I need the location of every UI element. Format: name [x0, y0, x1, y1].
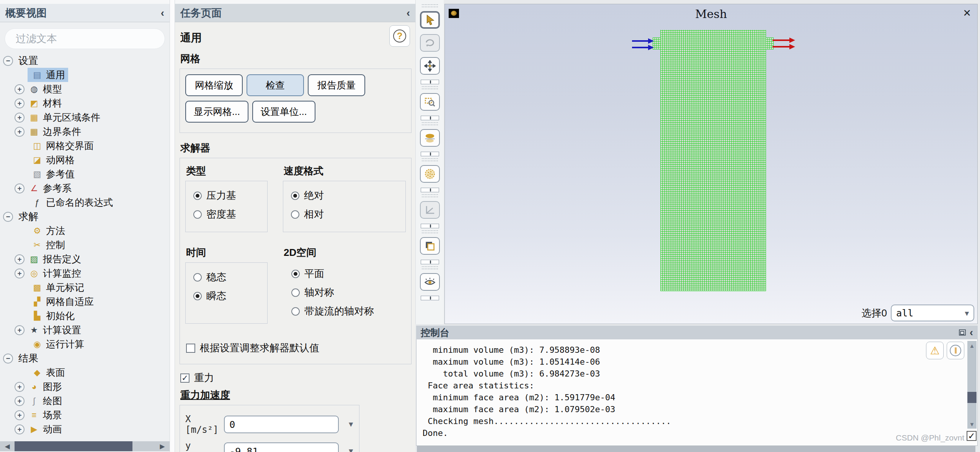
tree-item-计算监控[interactable]: +◎计算监控: [0, 266, 170, 280]
copy-layers-button[interactable]: [420, 237, 440, 255]
radio-selected-icon[interactable]: [291, 270, 300, 278]
tree-item-方法[interactable]: ⚙方法: [0, 224, 170, 238]
gravity-input-y[interactable]: [224, 442, 339, 452]
collapse-left-icon[interactable]: ‹: [970, 326, 973, 339]
tree-item-动网格[interactable]: ◪动网格: [0, 153, 170, 167]
graphics-viewport[interactable]: Mesh ✕ 选择0 all ▼: [444, 4, 978, 324]
radio-selected-icon[interactable]: [193, 192, 202, 200]
scrollbar-track[interactable]: [967, 350, 977, 419]
tree-item-已命名的表达式[interactable]: ƒ已命名的表达式: [0, 195, 170, 210]
info-button[interactable]: [947, 342, 964, 359]
radio-压力基[interactable]: 压力基: [193, 189, 263, 202]
chevron-down-icon[interactable]: ▼: [347, 447, 354, 452]
expand-plus-icon[interactable]: +: [15, 410, 24, 420]
mesh-button-显示网格[interactable]: 显示网格...: [185, 101, 248, 123]
tree-item-网格交界面[interactable]: ◫网格交界面: [0, 139, 170, 153]
radio-轴对称[interactable]: 轴对称: [291, 286, 406, 299]
tree-item-通用[interactable]: ▤通用: [0, 68, 170, 82]
eye-view-button[interactable]: [420, 273, 440, 291]
tree-item-材料[interactable]: +◩材料: [0, 96, 170, 110]
radio-icon[interactable]: [291, 288, 300, 297]
tree-item-运行计算[interactable]: ◉运行计算: [0, 337, 170, 351]
radio-带旋流的轴对称[interactable]: 带旋流的轴对称: [291, 305, 406, 318]
tree-item-单元标记[interactable]: ▩单元标记: [0, 280, 170, 295]
collapse-left-icon[interactable]: ‹: [407, 7, 410, 19]
tree-item-表面[interactable]: ◆表面: [0, 365, 170, 380]
tree-item-单元区域条件[interactable]: +▦单元区域条件: [0, 110, 170, 124]
sidebar-hscrollbar[interactable]: ◀ ▶: [0, 441, 170, 451]
pan-button[interactable]: [420, 57, 440, 75]
close-icon[interactable]: ✕: [963, 7, 971, 19]
radio-icon[interactable]: [193, 273, 202, 282]
radio-稳态[interactable]: 稳态: [193, 270, 263, 284]
adjust-defaults-checkbox[interactable]: [186, 344, 195, 353]
radio-密度基[interactable]: 密度基: [193, 208, 263, 221]
zoom-box-button[interactable]: [420, 93, 440, 111]
tree-item-报告定义[interactable]: +▨报告定义: [0, 252, 170, 266]
tree-item-参考值[interactable]: ▧参考值: [0, 167, 170, 181]
collapse-minus-icon[interactable]: −: [3, 354, 13, 364]
display-surfaces-button[interactable]: [420, 129, 440, 147]
expand-plus-icon[interactable]: +: [15, 424, 24, 434]
mesh-button-网格缩放[interactable]: 网格缩放: [185, 74, 243, 96]
collapse-minus-icon[interactable]: −: [3, 56, 13, 66]
console-vscrollbar[interactable]: ▲ ▼: [967, 341, 977, 429]
expand-plus-icon[interactable]: +: [15, 98, 24, 108]
tree-item-计算设置[interactable]: +★计算设置: [0, 323, 170, 337]
scrollbar-thumb[interactable]: [15, 441, 132, 451]
scroll-down-icon[interactable]: ▼: [969, 419, 975, 429]
expand-plus-icon[interactable]: +: [15, 183, 24, 193]
gravity-input-X[interactable]: [224, 416, 339, 433]
expand-plus-icon[interactable]: +: [15, 269, 24, 278]
collapse-minus-icon[interactable]: −: [3, 212, 13, 222]
expand-plus-icon[interactable]: +: [15, 382, 24, 392]
tree-item-求解[interactable]: −求解: [0, 210, 170, 224]
console-body[interactable]: minimum volume (m3): 7.958893e-08 maximu…: [416, 339, 978, 446]
radio-icon[interactable]: [291, 307, 300, 316]
tree-item-网格自适应[interactable]: ▞网格自适应: [0, 295, 170, 309]
radio-平面[interactable]: 平面: [291, 267, 406, 280]
radio-icon[interactable]: [291, 210, 299, 219]
tree-item-绘图[interactable]: +∫绘图: [0, 394, 170, 408]
tree-item-控制[interactable]: ✂控制: [0, 238, 170, 252]
tree-item-初始化[interactable]: ▙初始化: [0, 309, 170, 323]
radio-相对[interactable]: 相对: [291, 208, 401, 221]
help-button[interactable]: ?: [389, 25, 410, 47]
mesh-button-检查[interactable]: 检查: [247, 74, 304, 96]
tree-item-参考系[interactable]: +∠参考系: [0, 181, 170, 195]
tree-item-结果[interactable]: −结果: [0, 351, 170, 365]
radio-selected-icon[interactable]: [193, 292, 202, 300]
tree-item-设置[interactable]: −设置: [0, 54, 170, 68]
expand-plus-icon[interactable]: +: [15, 254, 24, 264]
scrollbar-track[interactable]: [132, 441, 155, 451]
float-window-icon[interactable]: [959, 329, 966, 336]
gravity-checkbox[interactable]: ✓: [180, 373, 189, 383]
scroll-right-icon[interactable]: ▶: [155, 441, 170, 451]
scrollbar-thumb[interactable]: [967, 392, 977, 403]
expand-plus-icon[interactable]: +: [15, 325, 24, 335]
pointer-button[interactable]: [420, 11, 440, 29]
expand-plus-icon[interactable]: +: [15, 113, 24, 123]
filter-input[interactable]: [15, 33, 155, 45]
tree-item-场景[interactable]: +≡场景: [0, 408, 170, 422]
expand-plus-icon[interactable]: +: [15, 84, 24, 94]
chevron-down-icon[interactable]: ▼: [347, 420, 354, 429]
surface-select-dropdown[interactable]: all ▼: [891, 305, 974, 321]
panel-splitter[interactable]: [170, 0, 175, 452]
display-mesh-sphere-button[interactable]: [420, 165, 440, 183]
radio-绝对[interactable]: 绝对: [291, 189, 401, 202]
tree-item-边界条件[interactable]: +▦边界条件: [0, 124, 170, 139]
radio-瞬态[interactable]: 瞬态: [193, 289, 263, 303]
expand-plus-icon[interactable]: +: [15, 396, 24, 406]
tree-item-动画[interactable]: +▶动画: [0, 422, 170, 436]
radio-icon[interactable]: [193, 210, 202, 219]
scroll-up-icon[interactable]: ▲: [969, 341, 975, 350]
collapse-left-icon[interactable]: ‹: [161, 7, 164, 19]
console-autoscroll-checkbox[interactable]: ✓: [967, 431, 977, 441]
warnings-button[interactable]: ⚠: [926, 342, 944, 359]
tree-item-图形[interactable]: +◕图形: [0, 380, 170, 394]
mesh-button-设置单位[interactable]: 设置单位...: [252, 101, 315, 123]
expand-plus-icon[interactable]: +: [15, 127, 24, 137]
scroll-left-icon[interactable]: ◀: [0, 441, 15, 451]
mesh-button-报告质量[interactable]: 报告质量: [308, 74, 365, 96]
